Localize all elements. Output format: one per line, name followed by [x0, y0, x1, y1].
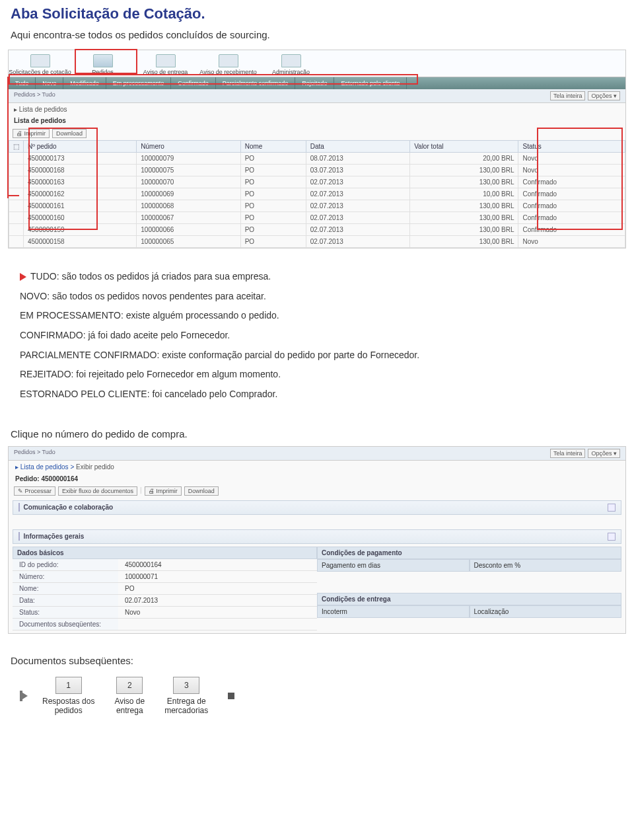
cell-data: 02.07.2013: [306, 236, 409, 248]
def-confirmado: CONFIRMADO: já foi dado aceite pelo Forn…: [20, 328, 614, 343]
cell-numero: 100000069: [137, 188, 240, 200]
col-nome[interactable]: Nome: [240, 141, 306, 153]
cell-data: 02.07.2013: [306, 212, 409, 224]
pedido-title: Pedido: 4500000164: [9, 473, 625, 484]
cell-nome: PO: [240, 212, 306, 224]
folder-icon: [30, 54, 50, 67]
def-rejeitado: REJEITADO: foi rejeitado pelo Fornecedor…: [20, 367, 614, 382]
row-selector[interactable]: [9, 153, 24, 165]
expand-icon: [18, 532, 20, 541]
step-box: 2: [116, 677, 143, 694]
path-current: Exibir pedido: [76, 463, 114, 471]
dados-right: Condições de pagamento Pagamento em dias…: [317, 547, 621, 630]
table-row: 4500000160 100000067 PO 02.07.2013 130,0…: [9, 212, 625, 224]
field-label: Nome:: [13, 583, 118, 594]
tela-inteira-button[interactable]: Tela inteira: [550, 91, 586, 100]
intro-text: Aqui encontra-se todos os pedidos conclu…: [0, 25, 634, 50]
exibir-fluxo-button[interactable]: Exibir fluxo de documentos: [58, 486, 137, 496]
cell-numero: 100000070: [137, 176, 240, 188]
def-novo: NOVO: são todos os pedidos novos pendent…: [20, 289, 614, 304]
path: ▸ Lista de pedidos > Exibir pedido: [9, 461, 625, 473]
field-label: Documentos subseqüentes:: [13, 619, 118, 630]
col-pagamento-dias: Pagamento em dias: [317, 559, 470, 572]
field-row: Número:100000071: [13, 571, 317, 583]
col-data[interactable]: Data: [306, 141, 409, 153]
collapse-icon: [608, 533, 616, 541]
row-selector[interactable]: [9, 212, 24, 224]
field-value: 100000071: [118, 571, 317, 582]
download-button[interactable]: Download: [184, 486, 219, 496]
row-selector[interactable]: [9, 188, 24, 200]
path-lista-pedidos[interactable]: ▸ Lista de pedidos >: [15, 463, 76, 471]
row-selector[interactable]: [9, 236, 24, 248]
table-row: 4500000158 100000065 PO 02.07.2013 130,0…: [9, 236, 625, 248]
cond-pagamento-header: Condições de pagamento: [317, 547, 621, 559]
table-row: 4500000168 100000075 PO 03.07.2013 130,0…: [9, 165, 625, 176]
cell-numero: 100000075: [137, 165, 240, 176]
processar-button[interactable]: ✎ Processar: [14, 486, 55, 496]
cell-valor: 130,00 BRL: [410, 224, 518, 236]
cond-entrega-header: Condições de entrega: [317, 593, 621, 605]
field-value: Novo: [118, 607, 317, 618]
cell-numero: 100000065: [137, 236, 240, 248]
definitions-block: TUDO: são todos os pedidos já criados pa…: [0, 260, 634, 419]
col-desconto: Desconto em %: [470, 559, 622, 572]
flow-step-3: 3 Entrega de mercadorias: [164, 677, 208, 715]
highlight-pedidos-tab: [75, 49, 137, 74]
breadcrumb-text: Pedidos > Tudo: [14, 91, 55, 100]
breadcrumb: Pedidos > Tudo Tela inteira Opções ▾: [9, 447, 625, 461]
panel-informacoes[interactable]: Informações gerais: [13, 529, 621, 544]
cell-valor: 130,00 BRL: [410, 236, 518, 248]
row-selector[interactable]: [9, 176, 24, 188]
cell-data: 02.07.2013: [306, 188, 409, 200]
tela-inteira-button[interactable]: Tela inteira: [550, 449, 586, 458]
opcoes-button[interactable]: Opções ▾: [588, 449, 620, 458]
table-row: 4500000159 100000066 PO 02.07.2013 130,0…: [9, 224, 625, 236]
folder-icon: [156, 54, 176, 67]
row-selector[interactable]: [9, 224, 24, 236]
field-row: ID do pedido:4500000164: [13, 559, 317, 571]
cell-status: Novo: [518, 236, 625, 248]
col-valor[interactable]: Valor total: [410, 141, 518, 153]
field-label: Número:: [13, 571, 118, 582]
field-value: [118, 619, 317, 630]
step-box: 1: [55, 677, 82, 694]
tab-solicitacoes[interactable]: Solicitações de cotação: [9, 50, 71, 77]
table-row: 4500000173 100000079 PO 08.07.2013 20,00…: [9, 153, 625, 165]
folder-icon: [281, 54, 301, 67]
field-value: 02.07.2013: [118, 595, 317, 606]
opcoes-button[interactable]: Opções ▾: [588, 91, 620, 100]
row-selector[interactable]: [9, 165, 24, 176]
cell-data: 02.07.2013: [306, 176, 409, 188]
tab-administracao[interactable]: Administração: [260, 50, 322, 77]
arrow-icon: [20, 273, 26, 281]
cell-pedido[interactable]: 4500000158: [24, 236, 137, 248]
row-selector[interactable]: [9, 200, 24, 212]
highlight-filter-tabs: [9, 74, 418, 85]
imprimir-button[interactable]: 🖨 Imprimir: [145, 486, 182, 496]
breadcrumb: Pedidos > Tudo Tela inteira Opções ▾: [9, 89, 625, 103]
breadcrumb-text: Pedidos > Tudo: [14, 449, 55, 458]
col-incoterm: Incoterm: [317, 605, 470, 618]
table-row: 4500000162 100000069 PO 02.07.2013 10,00…: [9, 188, 625, 200]
flow-end-icon: [228, 693, 234, 699]
dados-basicos: Dados básicos ID do pedido:4500000164Núm…: [13, 547, 317, 630]
cell-data: 02.07.2013: [306, 200, 409, 212]
dados-basicos-header: Dados básicos: [13, 547, 317, 559]
col-numero[interactable]: Número: [137, 141, 240, 153]
cell-nome: PO: [240, 224, 306, 236]
step-label: Entrega de mercadorias: [164, 697, 208, 715]
tab-aviso-entrega[interactable]: Aviso de entrega: [134, 50, 197, 77]
list-header: ▸ Lista de pedidos: [9, 103, 625, 116]
panel-comunicacao[interactable]: Comunicação e colaboração: [13, 500, 621, 515]
tab-aviso-recebimento[interactable]: Aviso de recebimento: [197, 50, 260, 77]
cell-valor: 20,00 BRL: [410, 153, 518, 165]
detail-toolbar: ✎ Processar Exibir fluxo de documentos |…: [9, 484, 625, 498]
flow-start-icon: [20, 691, 22, 701]
folder-icon: [219, 54, 238, 67]
def-em-processamento: EM PROCESSAMENTO: existe alguém processa…: [20, 309, 614, 323]
def-tudo: TUDO: são todos os pedidos já criados pa…: [20, 270, 614, 284]
def-estornado: ESTORNADO PELO CLIENTE: foi cancelado pe…: [20, 387, 614, 402]
cell-valor: 130,00 BRL: [410, 200, 518, 212]
cell-nome: PO: [240, 176, 306, 188]
